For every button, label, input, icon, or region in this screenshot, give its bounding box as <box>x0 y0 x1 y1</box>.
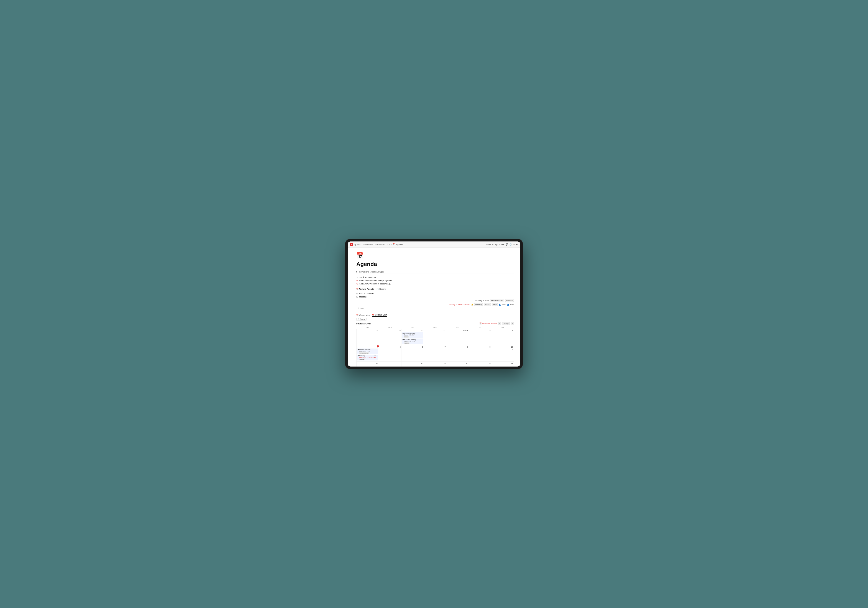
calendar-icon: 📅 <box>479 322 482 325</box>
calendar-view-tabs: 📅 Weekly View 📅 Monthly View <box>356 313 514 317</box>
day-feb4[interactable]: 4 ! Visit to Grandma February 4, 2024 <box>356 345 379 362</box>
day-feb5[interactable]: 5 <box>379 345 401 362</box>
event-grid-icon-1: ⊞ <box>356 292 358 295</box>
agenda-event-visit[interactable]: ⊞ Visit to Grandma <box>356 292 514 295</box>
next-month-btn[interactable]: › <box>511 322 514 325</box>
day-jan28[interactable]: 28 <box>356 329 379 345</box>
type-filter[interactable]: ⊟ Type ▾ <box>356 318 366 321</box>
toggle-arrow-icon: ▶ <box>356 271 358 273</box>
visit-grandma-label: Visit to Grandma <box>359 292 375 295</box>
todays-agenda-label: Today's Agenda <box>359 288 374 290</box>
month-title: February 2024 <box>356 322 371 325</box>
meeting-tag-feb6: Meeting <box>359 359 364 360</box>
agenda-tabs: 📅 Today's Agenda 🕐 Recent <box>356 288 514 291</box>
day-feb11[interactable]: 11 <box>356 362 379 367</box>
weekly-view-icon: 📅 <box>356 314 358 316</box>
event-grid-icon-2: ⊞ <box>356 296 358 298</box>
main-content: 📅 Agenda ▶ Instructions (Agenda Page) ← … <box>348 247 520 367</box>
day-feb16[interactable]: 16 <box>469 362 491 367</box>
instructions-toggle[interactable]: ▶ Instructions (Agenda Page) <box>356 270 514 274</box>
week-row-1: 28 29 30 Visit to Grandma January 30, 20… <box>356 329 514 345</box>
medium-tag: Medium <box>505 299 514 302</box>
plus-icon: + <box>356 307 357 309</box>
agenda-section: 📅 Today's Agenda 🕐 Recent ⊞ Visit to Gra… <box>356 288 514 309</box>
day4-wrapper: 4 ! Visit to Grandma February 4, 2024 <box>357 346 378 361</box>
topbar: N My Product Templates / Second Brain OS… <box>348 241 520 247</box>
day-feb13[interactable]: 13 <box>401 362 424 367</box>
event-date: February 6, 2024 <box>475 299 489 302</box>
business-meeting-event: Business Meeting <box>404 339 416 341</box>
day-jan30[interactable]: 30 Visit to Grandma January 30, 2024 Tra… <box>401 329 424 345</box>
datetime-icon: 🔔 <box>471 303 473 306</box>
day-feb3[interactable]: 3 <box>491 329 514 345</box>
page-area: 📅 Agenda ▶ Instructions (Agenda Page) ← … <box>348 247 520 367</box>
add-event-label: Add a new Event in Today's Agenda <box>359 279 392 281</box>
day-feb14[interactable]: 14 <box>424 362 446 367</box>
monthly-view-tab[interactable]: 📅 Monthly View <box>372 313 387 317</box>
breadcrumb-item-2[interactable]: Second Brain OS <box>375 243 391 246</box>
monthly-view-icon: 📅 <box>372 314 374 316</box>
day-feb6[interactable]: 6 <box>401 345 424 362</box>
page-breadcrumb-icon: 📅 <box>392 243 395 246</box>
calendar-header: February 2024 📅 Open in Calendar ‹ Today… <box>356 322 514 325</box>
filter-row: ⊟ Type ▾ <box>356 318 514 321</box>
back-to-dashboard-link[interactable]: ← Back to Dashboard <box>356 275 514 279</box>
day-feb1[interactable]: Feb 1 <box>446 329 469 345</box>
agenda-event-meeting[interactable]: ⊞ Meeting <box>356 295 514 299</box>
tab-todays-agenda[interactable]: 📅 Today's Agenda <box>356 288 374 291</box>
weekly-view-tab[interactable]: 📅 Weekly View <box>356 314 370 317</box>
comment-icon[interactable]: 💬 <box>506 243 508 246</box>
breadcrumb-item-3[interactable]: Agenda <box>396 243 403 246</box>
meeting-detail-row: February 6, 2024 12:50 PM 🔔 Meeting Zoom… <box>356 302 514 306</box>
new-event-link[interactable]: + + New <box>356 306 514 309</box>
tab-recent[interactable]: 🕐 Recent <box>377 288 386 291</box>
page-icon: 📅 <box>356 252 514 259</box>
instructions-label: Instructions (Agenda Page) <box>359 271 384 273</box>
day-feb15[interactable]: 15 <box>446 362 469 367</box>
add-workout-link[interactable]: ⊕ Add a new Workout in Today's Ag... <box>356 282 514 285</box>
breadcrumb-sep-1: / <box>374 243 375 246</box>
clock-icon[interactable]: 🕐 <box>510 243 512 246</box>
today-btn[interactable]: Today <box>502 322 510 325</box>
day-feb17[interactable]: 17 <box>491 362 514 367</box>
event-detail-right: February 6, 2024 Personal Event Medium <box>475 299 514 302</box>
recent-label: Recent <box>379 288 386 290</box>
attendee-icon-2: 👤 <box>507 303 509 306</box>
day-jan31[interactable]: 31 <box>424 329 446 345</box>
more-icon[interactable]: ••• <box>516 243 518 246</box>
tablet-screen: N My Product Templates / Second Brain OS… <box>348 241 520 367</box>
day-feb8[interactable]: 8 <box>446 345 469 362</box>
star-icon[interactable]: ☆ <box>513 243 515 246</box>
col-fri: Fri <box>469 326 491 329</box>
day-feb7[interactable]: 7 <box>424 345 446 362</box>
day-feb12[interactable]: 12 <box>379 362 401 367</box>
add-event-link[interactable]: ⊕ Add a new Event in Today's Agenda <box>356 279 514 282</box>
open-in-calendar-btn[interactable]: 📅 Open in Calendar <box>479 322 497 325</box>
filter-icon: ⊟ <box>358 318 360 320</box>
meeting-datetime: February 6, 2024 12:50 PM <box>448 303 470 306</box>
todays-agenda-icon: 📅 <box>356 288 358 290</box>
day-jan29[interactable]: 29 <box>379 329 401 345</box>
col-thu: Thu <box>446 326 469 329</box>
breadcrumb-item-1[interactable]: My Product Templates <box>354 243 373 246</box>
day-feb9[interactable]: 9 <box>469 345 491 362</box>
high-tag: High <box>492 303 498 306</box>
col-mon: Mon <box>379 326 401 329</box>
breadcrumb-sep-2: / <box>391 243 392 246</box>
attendee-2: Sam <box>510 303 514 306</box>
weekly-view-label: Weekly View <box>359 314 370 316</box>
page-title: Agenda <box>356 261 514 267</box>
back-to-dashboard-label: Back to Dashboard <box>360 276 377 278</box>
calendar-actions: 📅 Open in Calendar ‹ Today › <box>479 322 514 325</box>
col-sat: Sat <box>491 326 514 329</box>
share-button[interactable]: Share <box>499 243 505 246</box>
visit-grandma-event: Visit to Grandma <box>404 333 415 334</box>
personal-event-tag: Personal Event <box>490 299 504 302</box>
attendee-icon-1: 👤 <box>499 303 501 306</box>
meeting-detail-right: February 6, 2024 12:50 PM 🔔 Meeting Zoom… <box>448 303 514 306</box>
day-feb2[interactable]: 2 <box>469 329 491 345</box>
add-workout-icon: ⊕ <box>356 283 358 285</box>
meeting-label: Meeting <box>359 295 366 298</box>
day-feb10[interactable]: 10 7 <box>491 345 514 362</box>
prev-month-btn[interactable]: ‹ <box>498 322 501 325</box>
